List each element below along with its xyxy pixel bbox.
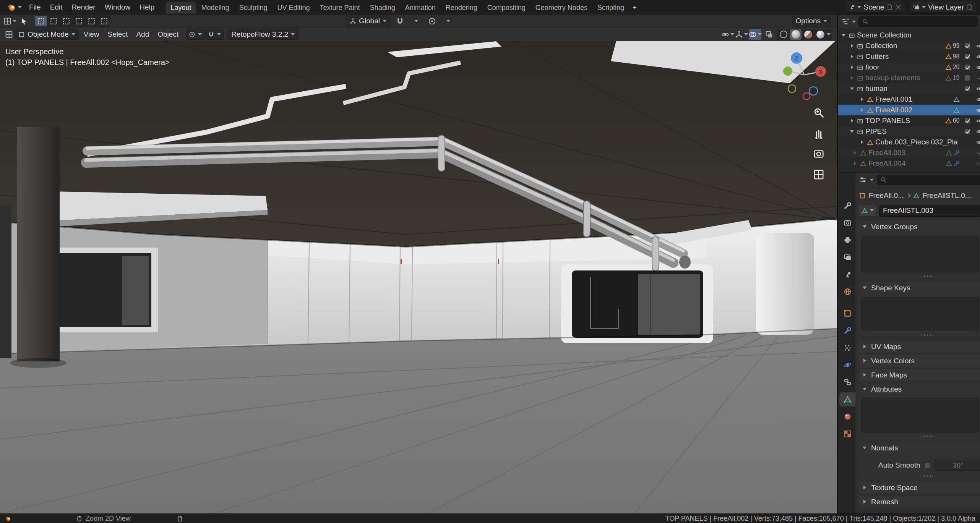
properties-editor-icon[interactable]: [859, 176, 867, 184]
disclosure-triangle-icon[interactable]: [849, 86, 855, 92]
menu-object[interactable]: Object: [154, 29, 182, 40]
exclude-checkbox[interactable]: [964, 86, 970, 92]
pan-hand-icon[interactable]: [813, 128, 824, 139]
new-scene-button[interactable]: [886, 4, 893, 10]
disclosure-triangle-icon[interactable]: [849, 118, 855, 124]
snap-target-dropdown[interactable]: [205, 29, 224, 40]
disclosure-triangle-icon[interactable]: [849, 54, 855, 60]
tab-animation[interactable]: Animation: [400, 2, 441, 14]
tab-scene[interactable]: [839, 267, 855, 282]
panel-header[interactable]: Vertex Colors: [858, 355, 980, 367]
xray-toggle[interactable]: [763, 29, 775, 40]
select-mode-invert-button[interactable]: [73, 16, 85, 26]
exclude-checkbox[interactable]: [964, 43, 970, 49]
transform-pivot-dropdown[interactable]: [186, 29, 204, 40]
tab-render[interactable]: [839, 216, 855, 230]
disclosure-triangle-icon[interactable]: [852, 161, 858, 167]
panel-header[interactable]: Shape Keys: [858, 282, 980, 294]
disclosure-triangle-icon[interactable]: [841, 32, 847, 38]
tab-physics[interactable]: [839, 358, 855, 372]
panel-header[interactable]: Normals: [858, 442, 980, 454]
tab-view-layer[interactable]: [839, 250, 855, 264]
shading-solid-button[interactable]: [790, 29, 802, 40]
disclosure-triangle-icon[interactable]: [849, 65, 855, 70]
panel-header[interactable]: UV Maps: [858, 341, 980, 353]
tab-constraints[interactable]: [839, 375, 855, 389]
navigation-gizmo[interactable]: Z X: [781, 51, 827, 101]
tab-texture[interactable]: [839, 427, 855, 441]
menu-add[interactable]: Add: [132, 29, 153, 40]
unlink-scene-button[interactable]: [895, 4, 902, 10]
panel-header[interactable]: Texture Space: [858, 482, 980, 494]
panel-drag-dots[interactable]: [922, 334, 933, 337]
outliner-search-input[interactable]: [871, 17, 975, 26]
proportional-falloff-dropdown[interactable]: [442, 16, 454, 26]
scene-selector[interactable]: Scene: [845, 2, 905, 13]
disclosure-triangle-icon[interactable]: [859, 97, 865, 102]
outliner-row-freeall-002[interactable]: FreeAll.002: [838, 105, 980, 115]
hide-eye-icon[interactable]: [976, 150, 980, 156]
menu-edit[interactable]: Edit: [46, 2, 67, 13]
blender-menu-button[interactable]: [4, 2, 24, 12]
hide-eye-icon[interactable]: [976, 75, 980, 81]
hide-eye-icon[interactable]: [976, 43, 980, 49]
viewport-editor-type-selector[interactable]: [4, 29, 14, 40]
outliner-row-freeall-001[interactable]: FreeAll.001: [838, 94, 980, 105]
auto-smooth-checkbox[interactable]: [924, 462, 930, 468]
outliner-search[interactable]: [858, 16, 978, 27]
object-visibility-dropdown[interactable]: [722, 29, 734, 40]
outliner-row-backup-elements[interactable]: backup elements 19: [838, 73, 980, 83]
mode-dropdown[interactable]: Object Mode: [15, 29, 79, 40]
viewport-canvas[interactable]: User Perspective (1) TOP PANELS | FreeAl…: [0, 41, 837, 513]
panel-drag-dots[interactable]: [922, 435, 933, 438]
outliner-row-cutters[interactable]: Cutters 98: [838, 51, 980, 62]
tab-object-data[interactable]: [839, 392, 855, 406]
outliner-row-human[interactable]: human: [838, 83, 980, 94]
overlays-toggle[interactable]: [749, 29, 761, 40]
hide-eye-icon[interactable]: [976, 53, 980, 60]
gizmos-dropdown[interactable]: [735, 29, 748, 40]
snap-toggle[interactable]: [394, 16, 406, 26]
hide-eye-icon[interactable]: [976, 96, 980, 103]
tab-modeling[interactable]: Modeling: [196, 2, 234, 14]
exclude-checkbox[interactable]: [964, 64, 970, 70]
auto-smooth-angle-slider[interactable]: 30°: [934, 460, 980, 471]
select-mode-new-button[interactable]: [35, 16, 47, 26]
exclude-checkbox[interactable]: [964, 128, 970, 134]
disclosure-triangle-icon[interactable]: [849, 75, 855, 81]
menu-render[interactable]: Render: [67, 2, 99, 13]
disclosure-triangle-icon[interactable]: [849, 43, 855, 49]
outliner-row-top-panels[interactable]: TOP PANELS 60: [838, 115, 980, 126]
panel-header[interactable]: Attributes: [858, 383, 980, 395]
exclude-checkbox[interactable]: [964, 53, 970, 60]
mesh-data-selector[interactable]: [858, 205, 877, 217]
mesh-name-input[interactable]: [879, 205, 980, 217]
hide-eye-icon[interactable]: [976, 128, 980, 135]
viewport-3d-scene[interactable]: [0, 41, 837, 513]
tab-shading[interactable]: Shading: [365, 2, 400, 14]
outliner-row-floor[interactable]: floor 20: [838, 62, 980, 73]
panel-header[interactable]: Vertex Groups: [858, 221, 980, 233]
retopoflow-menu[interactable]: RetopoFlow 3.2.2: [227, 29, 299, 40]
snap-settings-dropdown[interactable]: [410, 16, 422, 26]
tab-particles[interactable]: [839, 341, 855, 355]
tab-layout[interactable]: Layout: [165, 2, 196, 14]
disclosure-triangle-icon[interactable]: [852, 150, 858, 156]
menu-select[interactable]: Select: [104, 29, 132, 40]
transform-orientation-dropdown[interactable]: Global: [346, 16, 390, 26]
hide-eye-icon[interactable]: [976, 86, 980, 92]
add-workspace-button[interactable]: +: [629, 2, 640, 14]
select-mode-subtract-button[interactable]: [60, 16, 72, 26]
options-dropdown[interactable]: Options: [792, 16, 831, 26]
outliner-row-scene-collection[interactable]: Scene Collection: [838, 30, 980, 40]
exclude-checkbox[interactable]: [964, 118, 970, 124]
select-mode-difference-button[interactable]: [98, 16, 110, 26]
proportional-editing-toggle[interactable]: [426, 16, 438, 26]
new-view-layer-button[interactable]: [966, 4, 973, 10]
disclosure-triangle-icon[interactable]: [859, 139, 865, 145]
breadcrumb-object[interactable]: FreeAll.0...: [869, 191, 904, 200]
attributes-list[interactable]: [862, 398, 979, 432]
tab-texture-paint[interactable]: Texture Paint: [315, 2, 365, 14]
shading-wireframe-button[interactable]: [778, 29, 789, 40]
select-mode-extend-button[interactable]: [47, 16, 60, 26]
